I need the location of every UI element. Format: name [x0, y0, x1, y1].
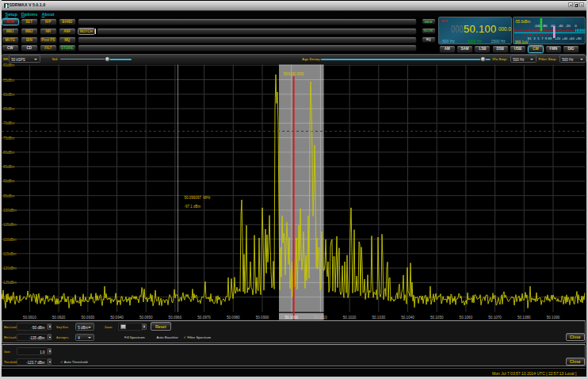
svg-text:50.0950: 50.0950: [139, 316, 153, 320]
svg-text:50.1010: 50.1010: [314, 316, 327, 320]
svg-text:-95dBm: -95dBm: [2, 194, 15, 198]
svg-text:50.0930: 50.0930: [81, 316, 94, 320]
svg-text:50.1020: 50.1020: [343, 316, 357, 320]
svg-text:-105dBm: -105dBm: [2, 223, 17, 227]
svg-text:50.1090: 50.1090: [547, 316, 560, 320]
svg-text:-120dBm: -120dBm: [2, 266, 17, 270]
svg-text:50.1000: 50.1000: [284, 316, 298, 320]
svg-text:50.1060: 50.1060: [460, 316, 473, 320]
svg-text:50.0940: 50.0940: [110, 316, 124, 320]
svg-text:50100.000: 50100.000: [284, 71, 304, 76]
svg-text:-97.1 dBm: -97.1 dBm: [185, 205, 201, 209]
svg-text:50.096097 MHz: 50.096097 MHz: [185, 196, 212, 200]
svg-text:50.0920: 50.0920: [52, 316, 66, 320]
svg-text:50.0980: 50.0980: [227, 316, 240, 320]
svg-text:50.0970: 50.0970: [197, 316, 211, 320]
svg-text:50.1030: 50.1030: [372, 316, 385, 320]
svg-text:50.1050: 50.1050: [430, 316, 444, 320]
svg-text:-100dBm: -100dBm: [2, 209, 17, 212]
svg-text:-70dBm: -70dBm: [2, 121, 15, 125]
svg-text:50.1040: 50.1040: [401, 316, 414, 320]
svg-text:-110dBm: -110dBm: [2, 238, 17, 242]
svg-text:50.0990: 50.0990: [256, 316, 269, 320]
svg-text:-75dBm: -75dBm: [2, 136, 15, 140]
svg-text:50.0910: 50.0910: [23, 316, 36, 320]
svg-text:-85dBm: -85dBm: [2, 165, 15, 169]
svg-text:-50dBm: -50dBm: [2, 63, 15, 67]
svg-text:-65dBm: -65dBm: [2, 107, 15, 111]
svg-text:-125dBm: -125dBm: [2, 281, 17, 285]
svg-text:-80dBm: -80dBm: [2, 151, 15, 155]
svg-text:-115dBm: -115dBm: [2, 252, 17, 256]
svg-text:50.1080: 50.1080: [517, 316, 531, 320]
svg-text:-90dBm: -90dBm: [2, 179, 15, 183]
svg-text:50.0960: 50.0960: [169, 316, 182, 320]
svg-text:-55dBm: -55dBm: [2, 78, 15, 82]
svg-text:50.1070: 50.1070: [488, 316, 502, 320]
svg-text:-130dBm: -130dBm: [2, 296, 17, 300]
svg-text:-60dBm: -60dBm: [2, 93, 15, 97]
